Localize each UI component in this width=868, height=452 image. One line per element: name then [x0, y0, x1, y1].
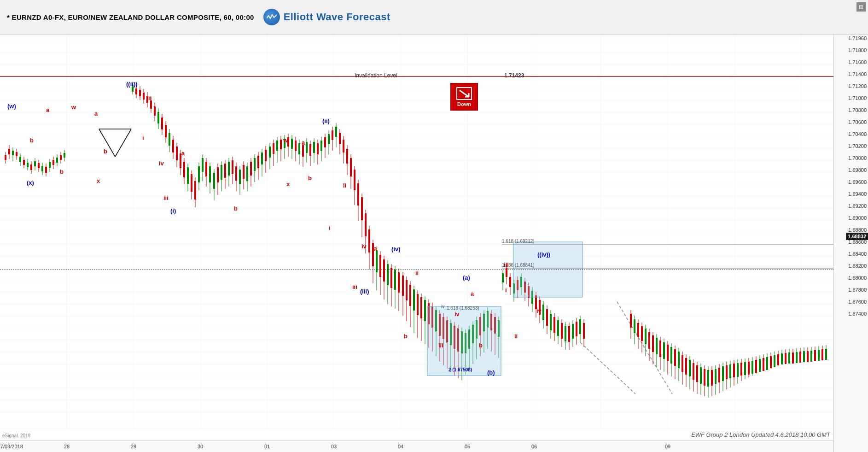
- svg-rect-323: [579, 319, 581, 334]
- svg-rect-367: [700, 367, 702, 384]
- price-1.69400: 1.69400: [848, 191, 867, 197]
- svg-rect-395: [751, 361, 753, 374]
- price-1.69800: 1.69800: [848, 167, 867, 173]
- price-1.70400: 1.70400: [848, 131, 867, 137]
- svg-rect-373: [711, 370, 713, 386]
- svg-rect-355: [678, 352, 680, 368]
- price-1.69000: 1.69000: [848, 215, 867, 221]
- svg-rect-61: [30, 164, 32, 170]
- svg-rect-411: [781, 353, 783, 364]
- price-1.70200: 1.70200: [848, 143, 867, 149]
- svg-rect-329: [630, 314, 632, 328]
- svg-rect-47: [5, 155, 6, 160]
- time-label-start: 8:00 27/03/2018: [0, 444, 23, 449]
- svg-rect-377: [718, 368, 720, 382]
- down-arrow-icon: [456, 87, 472, 100]
- svg-rect-415: [788, 352, 790, 364]
- svg-rect-217: [383, 259, 385, 282]
- svg-rect-309: [553, 317, 555, 333]
- fib-lower-label: 1.236 (1.68841): [502, 263, 535, 268]
- svg-rect-73: [52, 160, 54, 165]
- svg-rect-301: [539, 300, 541, 315]
- time-label-06: 06: [531, 444, 537, 449]
- price-1.68400: 1.68400: [848, 251, 867, 257]
- svg-rect-339: [648, 332, 650, 349]
- svg-rect-239: [424, 300, 426, 321]
- svg-rect-53: [16, 152, 17, 156]
- price-1.71400: 1.71400: [848, 71, 867, 77]
- svg-rect-399: [759, 359, 761, 372]
- svg-rect-389: [740, 363, 742, 376]
- svg-rect-191: [335, 127, 337, 137]
- svg-rect-227: [402, 276, 404, 296]
- maximize-button[interactable]: ⊞: [856, 2, 866, 12]
- svg-rect-203: [357, 183, 359, 205]
- price-1.70600: 1.70600: [848, 119, 867, 125]
- time-label-05: 05: [465, 444, 470, 449]
- down-signal-box: Down: [450, 83, 478, 111]
- svg-rect-429: [814, 350, 816, 361]
- svg-rect-131: [224, 164, 226, 178]
- svg-rect-361: [689, 360, 691, 376]
- svg-rect-405: [770, 356, 772, 368]
- candlesticks-section4: [269, 127, 333, 169]
- svg-rect-321: [576, 322, 577, 336]
- svg-rect-305: [546, 309, 548, 326]
- chart-svg: 1.618 (1.69212) 1.236 (1.68841) 1.618 (1…: [0, 35, 833, 440]
- svg-rect-211: [372, 243, 374, 266]
- price-1.71200: 1.71200: [848, 83, 867, 89]
- svg-rect-219: [387, 264, 389, 285]
- svg-rect-317: [568, 326, 570, 342]
- svg-rect-71: [49, 162, 51, 168]
- price-1.71960: 1.71960: [848, 35, 867, 41]
- candlesticks-section1: [5, 145, 65, 176]
- svg-rect-123: [209, 166, 211, 182]
- invalidation-level-label: Invalidation Level: [355, 72, 397, 79]
- time-axis: 8:00 27/03/2018 28 29 30 01 03 04 05 06 …: [0, 440, 833, 452]
- svg-rect-87: [143, 93, 145, 100]
- svg-rect-101: [169, 133, 170, 146]
- price-1.68800: 1.68800: [848, 227, 867, 233]
- svg-rect-233: [413, 289, 415, 311]
- svg-rect-183: [320, 141, 322, 151]
- price-1.71600: 1.71600: [848, 59, 867, 65]
- svg-rect-185: [324, 137, 326, 147]
- svg-rect-381: [726, 365, 728, 379]
- time-label-04: 04: [398, 444, 403, 449]
- price-1.67400: 1.67400: [848, 311, 867, 317]
- svg-rect-431: [818, 350, 820, 361]
- price-scale: 1.71960 1.71800 1.71600 1.71400 1.71200 …: [833, 35, 868, 452]
- svg-rect-153: [265, 150, 267, 161]
- svg-rect-409: [777, 354, 779, 365]
- svg-rect-173: [302, 145, 304, 157]
- candlesticks-section2: [132, 83, 211, 207]
- svg-rect-91: [150, 100, 152, 109]
- candlesticks-section5: [335, 123, 400, 311]
- svg-rect-419: [796, 352, 798, 363]
- svg-rect-413: [785, 353, 786, 364]
- svg-rect-397: [755, 360, 757, 373]
- svg-rect-155: [269, 147, 271, 158]
- svg-rect-435: [825, 349, 827, 360]
- svg-rect-359: [685, 358, 687, 375]
- time-label-03: 03: [331, 444, 337, 449]
- svg-rect-193: [339, 133, 341, 144]
- svg-rect-427: [810, 351, 812, 362]
- svg-rect-369: [704, 369, 705, 386]
- svg-rect-221: [390, 268, 392, 288]
- svg-rect-137: [235, 166, 237, 181]
- svg-rect-141: [243, 165, 245, 179]
- svg-rect-159: [276, 141, 278, 151]
- svg-rect-343: [656, 338, 658, 354]
- svg-rect-151: [261, 153, 263, 164]
- svg-rect-79: [64, 153, 65, 158]
- svg-rect-335: [641, 326, 643, 341]
- svg-rect-333: [637, 323, 639, 337]
- price-1.67600: 1.67600: [848, 299, 867, 305]
- svg-rect-379: [722, 366, 724, 381]
- svg-rect-119: [202, 158, 204, 172]
- logo-wave-icon: [267, 14, 277, 20]
- svg-rect-63: [34, 161, 36, 166]
- svg-rect-231: [409, 285, 411, 306]
- svg-rect-225: [398, 272, 400, 293]
